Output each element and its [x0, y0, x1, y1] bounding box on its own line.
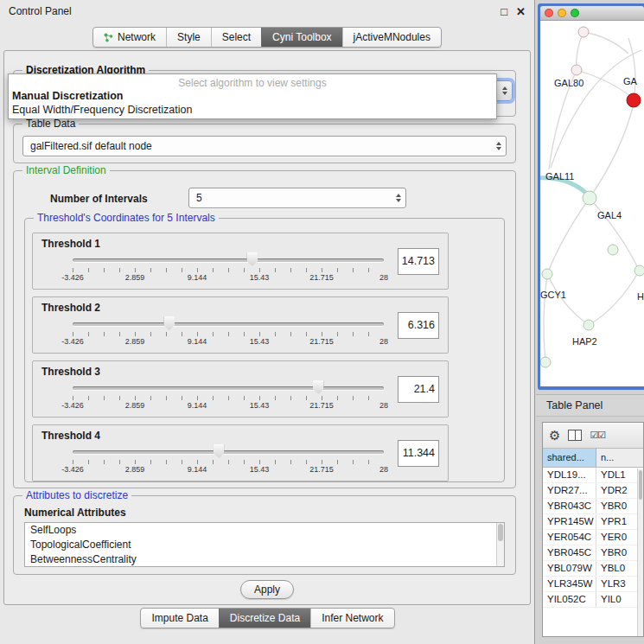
- slider-thumb[interactable]: [214, 444, 225, 458]
- close-icon[interactable]: ✕: [516, 5, 526, 18]
- tab-label: Style: [177, 31, 201, 43]
- minimize-traffic-light[interactable]: [558, 9, 566, 17]
- scrollbar-thumb[interactable]: [498, 524, 503, 541]
- apply-button[interactable]: Apply: [240, 580, 294, 599]
- list-scrollbar[interactable]: [496, 523, 504, 566]
- scrollbar-thumb[interactable]: [639, 470, 642, 500]
- tab-cyni-toolbox[interactable]: Cyni Toolbox: [261, 28, 341, 47]
- slider-track[interactable]: [73, 322, 384, 326]
- tab-jactivemodules[interactable]: jActiveMNodules: [342, 28, 441, 47]
- tab-label: Network: [118, 31, 156, 43]
- table-cell: YER0: [596, 530, 643, 545]
- slider-track[interactable]: [73, 386, 384, 390]
- numerical-attributes-label: Numerical Attributes: [24, 507, 126, 519]
- scale-tick-label: 28: [379, 337, 388, 346]
- scale-tick-label: 2.859: [125, 465, 145, 474]
- table-row[interactable]: YPR145WYPR1: [543, 514, 643, 530]
- tab-discretize-data[interactable]: Discretize Data: [219, 609, 310, 628]
- table-row[interactable]: YDR27...YDR2: [543, 483, 643, 499]
- network-node[interactable]: [542, 269, 552, 279]
- ruler-ticks: [73, 268, 384, 272]
- network-node[interactable]: [634, 265, 644, 276]
- threshold-4-slider[interactable]: [73, 443, 384, 459]
- table-row[interactable]: YBR045CYBR0: [543, 545, 643, 561]
- columns-icon[interactable]: [568, 430, 582, 441]
- table-data-combobox[interactable]: galFiltered.sif default node: [22, 136, 507, 156]
- slider-track[interactable]: [73, 450, 384, 454]
- threshold-3-panel: Threshold 3 -3.4262.8599.14415.4321.7152…: [32, 360, 449, 418]
- close-traffic-light[interactable]: [545, 9, 553, 17]
- gear-icon[interactable]: ⚙: [549, 429, 560, 442]
- threshold-1-slider[interactable]: [73, 252, 384, 267]
- numerical-attributes-list[interactable]: SelfLoopsTopologicalCoefficientBetweenne…: [24, 522, 505, 567]
- top-tab-bar: Network Style Select Cyni Toolbox jActiv…: [0, 27, 534, 48]
- scale-tick-label: 21.715: [309, 401, 334, 410]
- scale-tick-label: 21.715: [309, 337, 334, 346]
- scale-tick-label: 2.859: [125, 401, 145, 410]
- scale-tick-label: 9.144: [188, 337, 207, 346]
- threshold-3-slider[interactable]: [73, 379, 384, 395]
- combobox-value: 5: [196, 192, 202, 204]
- stepper-icon: [502, 86, 507, 95]
- threshold-3-value-field[interactable]: 21.4: [398, 376, 439, 403]
- thresholds-group: Threshold's Coordinates for 5 Intervals …: [24, 218, 505, 482]
- table-cell: YER054C: [543, 530, 596, 545]
- threshold-1-value-field[interactable]: 14.713: [398, 248, 439, 275]
- scale-tick-label: 9.144: [188, 401, 207, 410]
- scale-tick-label: 9.144: [188, 273, 207, 282]
- panel-title: Control Panel: [9, 5, 72, 17]
- network-node[interactable]: [583, 320, 594, 330]
- attribute-list-item[interactable]: SelfLoops: [25, 523, 504, 538]
- network-node[interactable]: [583, 191, 596, 205]
- tab-style[interactable]: Style: [166, 28, 211, 47]
- node-label: GAL4: [597, 210, 622, 220]
- table-row[interactable]: YIL052CYIL0: [543, 592, 643, 608]
- zoom-traffic-light[interactable]: [571, 9, 579, 17]
- table-row[interactable]: YER054CYER0: [543, 530, 643, 545]
- node-label-partial: H: [637, 291, 644, 302]
- dropdown-prompt: Select algorithm to view settings: [9, 74, 496, 89]
- tab-network[interactable]: Network: [93, 28, 166, 47]
- table-row[interactable]: YLR345WYLR3: [543, 577, 643, 592]
- slider-ruler: -3.4262.8599.14415.4321.71528: [73, 460, 384, 475]
- table-row[interactable]: YBL079WYBL0: [543, 561, 643, 577]
- table-row[interactable]: YDL19...YDL1: [543, 468, 643, 483]
- table-cell: YBL0: [596, 561, 643, 576]
- network-node-selected[interactable]: [627, 93, 641, 107]
- slider-track[interactable]: [73, 258, 384, 262]
- network-node[interactable]: [540, 357, 551, 367]
- network-node[interactable]: [578, 27, 589, 37]
- slider-thumb[interactable]: [163, 316, 175, 330]
- float-window-icon[interactable]: □: [501, 5, 507, 18]
- threshold-4-value-field[interactable]: 11.344: [398, 440, 439, 467]
- node-label: GAL11: [545, 171, 574, 182]
- tab-label: Infer Network: [322, 612, 383, 624]
- number-of-intervals-combobox[interactable]: 5: [188, 188, 406, 208]
- network-node[interactable]: [608, 245, 618, 255]
- column-header-name[interactable]: n...: [596, 449, 643, 467]
- column-header-shared-name[interactable]: shared...: [543, 449, 596, 467]
- threshold-2-slider[interactable]: [73, 316, 384, 331]
- dropdown-option-manual[interactable]: Manual Discretization: [9, 89, 496, 103]
- slider-thumb[interactable]: [313, 380, 324, 394]
- threshold-label: Threshold 3: [41, 366, 100, 378]
- tab-label: Cyni Toolbox: [272, 31, 331, 43]
- tab-infer-network[interactable]: Infer Network: [310, 609, 393, 628]
- tab-impute-data[interactable]: Impute Data: [141, 609, 218, 628]
- network-window-titlebar: [540, 6, 644, 21]
- attribute-list-item[interactable]: TopologicalCoefficient: [25, 538, 504, 552]
- select-columns-icon[interactable]: ☑☑: [590, 430, 605, 441]
- table-row[interactable]: YBR043CYBR0: [543, 499, 643, 514]
- table-scrollbar[interactable]: [637, 469, 643, 636]
- threshold-2-value-field[interactable]: 6.316: [398, 312, 439, 339]
- threshold-label: Threshold 1: [41, 238, 100, 250]
- scale-tick-label: 21.715: [309, 273, 334, 282]
- node-label: HAP2: [572, 336, 597, 347]
- node-label: GCY1: [540, 290, 566, 300]
- network-node[interactable]: [571, 65, 582, 75]
- attribute-list-item[interactable]: BetweennessCentrality: [25, 552, 504, 567]
- tab-select[interactable]: Select: [211, 28, 261, 47]
- slider-thumb[interactable]: [246, 252, 258, 266]
- network-canvas[interactable]: GAL80 GA GAL11 GAL4 GCY1 HAP2 H: [540, 21, 644, 386]
- dropdown-option-equal-width[interactable]: Equal Width/Frequency Discretization: [9, 103, 496, 117]
